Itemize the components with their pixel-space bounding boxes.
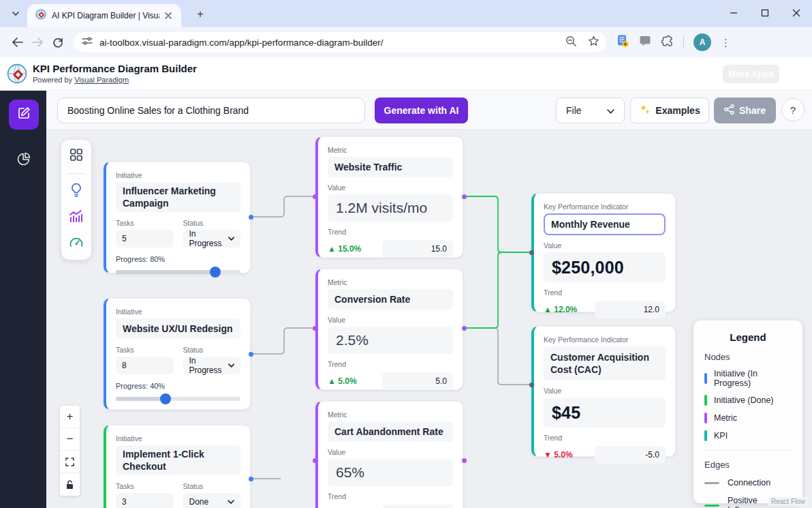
window-minimize-button[interactable] xyxy=(718,0,749,26)
prompt-input[interactable] xyxy=(57,98,365,123)
edit-pencil-icon xyxy=(16,106,31,123)
share-button[interactable]: Share xyxy=(714,98,776,123)
handle-source-cart-abandonment[interactable] xyxy=(462,458,467,463)
progress-slider[interactable] xyxy=(116,270,240,274)
diagram-canvas[interactable]: Initiative Influencer Marketing Campaign… xyxy=(46,130,812,508)
edge-influencer-to-website-traffic[interactable] xyxy=(251,196,315,217)
kpi-gauge-icon[interactable] xyxy=(69,235,84,251)
back-icon[interactable] xyxy=(7,32,27,53)
forward-icon[interactable] xyxy=(27,32,48,53)
new-tab-button[interactable]: + xyxy=(192,6,208,23)
status-select[interactable]: In Progress xyxy=(183,230,241,248)
chat-extension-icon[interactable] xyxy=(639,35,651,50)
node-metric-website-traffic[interactable]: Metric Website Traffic Value 1.2M visits… xyxy=(315,136,463,258)
file-menu-button[interactable]: File xyxy=(556,98,625,123)
node-initiative-influencer-marketing[interactable]: Initiative Influencer Marketing Campaign… xyxy=(104,162,251,273)
browser-tab[interactable]: AI KPI Diagram Builder | Visualiz xyxy=(27,4,181,27)
bookmark-star-icon[interactable] xyxy=(588,35,599,50)
metric-chart-icon[interactable] xyxy=(69,209,84,226)
site-settings-icon[interactable] xyxy=(82,36,93,48)
trend-value-input[interactable]: -5.0 xyxy=(595,446,666,464)
lock-button[interactable] xyxy=(60,473,80,496)
zoom-in-button[interactable]: + xyxy=(60,406,80,428)
initiative-title-field[interactable]: Website UX/UI Redesign xyxy=(116,318,240,339)
trend-value-input[interactable]: 12.0 xyxy=(595,301,666,318)
tab-search-chevron-icon[interactable] xyxy=(7,6,25,21)
browser-profile-avatar[interactable]: A xyxy=(693,33,711,51)
metric-title-field[interactable]: Conversion Rate xyxy=(328,289,453,310)
help-button[interactable]: ? xyxy=(781,98,805,121)
handle-target-conversion-rate[interactable] xyxy=(313,326,317,331)
handle-source-checkout[interactable] xyxy=(249,477,253,481)
reload-icon[interactable] xyxy=(48,32,68,53)
initiative-title-field[interactable]: Influencer Marketing Campaign xyxy=(116,182,240,212)
initiative-lightbulb-icon[interactable] xyxy=(69,183,83,200)
trend-value-input[interactable]: -8.0 xyxy=(382,505,453,508)
handle-source-influencer[interactable] xyxy=(249,215,253,220)
react-flow-attribution[interactable]: React Flow xyxy=(768,497,808,506)
handle-source-website-traffic[interactable] xyxy=(462,194,467,199)
status-select[interactable]: In Progress xyxy=(183,357,241,374)
node-kpi-monthly-revenue[interactable]: Key Performance Indicator Monthly Revenu… xyxy=(531,193,676,312)
reading-list-icon[interactable] xyxy=(616,34,629,50)
visual-paradigm-link[interactable]: Visual Paradigm xyxy=(74,76,129,84)
extensions-puzzle-icon[interactable] xyxy=(661,35,674,50)
edge-traffic-to-monthly-revenue[interactable] xyxy=(464,196,531,252)
sidebar-item-charts[interactable] xyxy=(9,145,39,175)
handle-target-website-traffic[interactable] xyxy=(313,194,317,199)
progress-slider[interactable] xyxy=(116,397,240,401)
browser-tab-strip: AI KPI Diagram Builder | Visualiz + xyxy=(0,0,812,27)
window-close-button[interactable] xyxy=(781,0,812,26)
node-metric-cart-abandonment[interactable]: Metric Cart Abandonment Rate Value 65% T… xyxy=(315,401,463,508)
kpi-value-field[interactable]: $250,000 xyxy=(544,252,666,282)
zoom-out-button[interactable]: − xyxy=(60,428,80,451)
kpi-value-field[interactable]: $45 xyxy=(544,398,666,428)
node-initiative-one-click-checkout[interactable]: Initiative Implement 1-Click Checkout Ta… xyxy=(104,425,251,508)
sidebar-item-editor[interactable] xyxy=(9,100,39,130)
zoom-out-icon[interactable] xyxy=(565,35,577,50)
fit-view-button[interactable] xyxy=(60,451,80,473)
chevron-down-icon xyxy=(228,237,234,241)
more-apps-button[interactable]: More Apps xyxy=(723,65,779,83)
metric-value-field[interactable]: 65% xyxy=(328,459,453,486)
handle-source-uxui[interactable] xyxy=(249,352,253,357)
tasks-input[interactable]: 8 xyxy=(116,357,174,374)
handle-target-cart-abandonment[interactable] xyxy=(313,458,317,463)
initiative-title-field[interactable]: Implement 1-Click Checkout xyxy=(116,445,240,475)
status-select[interactable]: Done xyxy=(183,493,241,508)
node-initiative-uxui-redesign[interactable]: Initiative Website UX/UI Redesign Tasks … xyxy=(104,298,251,410)
node-palette xyxy=(61,140,91,260)
node-metric-conversion-rate[interactable]: Metric Conversion Rate Value 2.5% Trend … xyxy=(315,269,463,390)
handle-source-conversion-rate[interactable] xyxy=(462,326,467,331)
address-bar[interactable]: ai-toolbox.visual-paradigm.com/app/kpi-p… xyxy=(74,32,606,53)
edge-conversion-to-cac[interactable] xyxy=(464,328,531,385)
app-user-avatar[interactable]: A xyxy=(783,63,805,85)
metric-title-field[interactable]: Cart Abandonment Rate xyxy=(328,421,453,442)
trend-badge: ▲ 15.0% xyxy=(328,244,361,254)
slider-thumb[interactable] xyxy=(160,393,171,404)
trend-value-input[interactable]: 15.0 xyxy=(382,240,453,258)
browser-menu-icon[interactable]: ⋮ xyxy=(721,38,731,48)
tab-close-icon[interactable] xyxy=(162,10,174,22)
metric-title-field[interactable]: Website Traffic xyxy=(328,157,453,177)
metric-value-field[interactable]: 1.2M visits/mo xyxy=(328,194,453,222)
metric-value-field[interactable]: 2.5% xyxy=(328,327,453,354)
examples-button[interactable]: Examples xyxy=(630,98,709,123)
sparkles-icon xyxy=(639,104,651,117)
browser-toolbar: ai-toolbox.visual-paradigm.com/app/kpi-p… xyxy=(0,27,812,57)
grid-palette-icon[interactable] xyxy=(69,148,83,164)
node-kpi-customer-acquisition-cost[interactable]: Key Performance Indicator Customer Acqui… xyxy=(531,326,676,457)
trend-value-input[interactable]: 5.0 xyxy=(382,372,453,390)
tasks-input[interactable]: 3 xyxy=(116,493,174,508)
generate-with-ai-button[interactable]: Generate with AI xyxy=(375,98,468,123)
handle-target-monthly-revenue[interactable] xyxy=(529,250,534,255)
edge-uxui-to-conversion-rate[interactable] xyxy=(251,328,315,354)
kpi-title-input[interactable]: Monthly Revenue xyxy=(544,213,666,235)
kpi-title-field[interactable]: Customer Acquisition Cost (CAC) xyxy=(544,346,666,380)
visual-paradigm-logo-icon xyxy=(7,63,28,87)
edge-conversion-to-monthly-revenue[interactable] xyxy=(464,252,531,328)
chevron-down-icon xyxy=(228,500,234,504)
window-maximize-button[interactable] xyxy=(749,0,781,26)
tasks-input[interactable]: 5 xyxy=(116,230,174,248)
handle-target-cac[interactable] xyxy=(529,383,534,387)
